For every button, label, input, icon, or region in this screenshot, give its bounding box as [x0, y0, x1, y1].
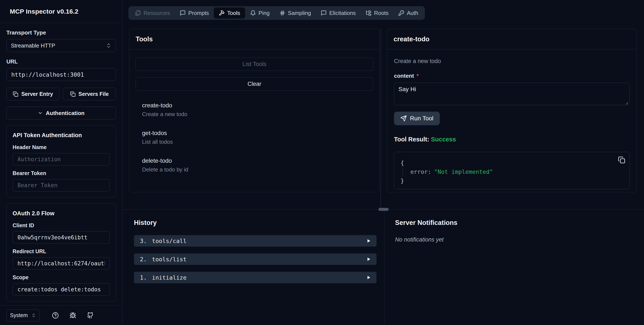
servers-file-button[interactable]: Servers File — [63, 88, 116, 100]
bug-icon — [70, 312, 76, 319]
tab-roots-label: Roots — [374, 10, 389, 16]
tools-card: Tools List Tools Clear create-todo Creat… — [129, 29, 380, 192]
content-field-textarea[interactable]: Say Hi — [394, 83, 630, 105]
history-item-tools-list[interactable]: 2. tools/list — [134, 254, 376, 265]
run-tool-label: Run Tool — [410, 115, 434, 122]
horizontal-split-divider[interactable] — [122, 209, 644, 210]
theme-select-value: System — [10, 312, 28, 318]
copy-buttons-row: Server Entry Servers File — [6, 88, 116, 100]
copy-result-button[interactable] — [618, 156, 625, 164]
tab-roots[interactable]: Roots — [361, 8, 394, 18]
list-tools-button[interactable]: List Tools — [136, 58, 373, 71]
tool-description: List all todos — [142, 139, 373, 145]
tool-list-item[interactable]: create-todo Create a new todo — [142, 102, 373, 118]
tool-result-status: Success — [431, 136, 456, 143]
tab-auth[interactable]: Auth — [393, 8, 423, 18]
message-square-icon — [321, 10, 327, 16]
sidebar-footer: System — [0, 306, 122, 325]
sidebar: MCP Inspector v0.16.2 Transport Type Str… — [0, 0, 122, 325]
tool-description: Create a new todo — [142, 111, 373, 118]
debug-button[interactable] — [70, 312, 76, 319]
tab-resources-label: Resources — [144, 10, 170, 16]
tab-elicitations-label: Elicitations — [329, 10, 356, 16]
transport-type-value: Streamable HTTP — [11, 42, 55, 49]
history-method: tools/call — [152, 238, 187, 244]
history-item-tools-call[interactable]: 3. tools/call — [134, 235, 376, 247]
chevron-down-icon — [38, 110, 43, 116]
api-token-title: API Token Authentication — [12, 132, 110, 139]
tool-detail-header: create-todo — [387, 29, 636, 50]
clear-button-label: Clear — [248, 81, 261, 87]
hash-icon — [280, 10, 285, 16]
tab-sampling-label: Sampling — [288, 10, 311, 16]
run-tool-button[interactable]: Run Tool — [394, 112, 440, 125]
server-notifications-title: Server Notifications — [395, 219, 644, 226]
split-drag-handle[interactable] — [378, 208, 389, 211]
tools-card-header: Tools — [129, 29, 380, 50]
help-circle-icon — [52, 312, 59, 319]
url-input[interactable] — [6, 68, 116, 81]
json-error-row: error: "Not implemented" — [403, 168, 623, 176]
no-notifications-message: No notifications yet — [395, 236, 644, 243]
tab-elicitations[interactable]: Elicitations — [316, 8, 360, 18]
play-caret-icon — [367, 257, 370, 261]
tool-name: create-todo — [142, 102, 373, 109]
history-title: History — [134, 219, 376, 226]
server-notifications-pane: Server Notifications No notifications ye… — [384, 210, 644, 325]
message-square-icon — [180, 10, 186, 16]
json-key: error: — [410, 168, 431, 176]
tool-list-item[interactable]: delete-todo Delete a todo by id — [142, 158, 373, 173]
list-tools-label: List Tools — [242, 61, 266, 68]
authentication-toggle[interactable]: Authentication — [6, 107, 116, 120]
files-icon — [135, 10, 141, 16]
tool-name: get-todos — [142, 130, 373, 136]
tab-resources: Resources — [130, 8, 175, 18]
tools-card-body: List Tools Clear create-todo Create a ne… — [129, 50, 380, 173]
play-caret-icon — [367, 276, 370, 280]
transport-type-select[interactable]: Streamable HTTP — [6, 39, 116, 52]
redirect-url-label: Redirect URL — [12, 248, 110, 254]
bell-icon — [250, 10, 256, 16]
sidebar-header: MCP Inspector v0.16.2 — [0, 0, 122, 23]
clear-tools-button[interactable]: Clear — [136, 77, 373, 90]
copy-icon — [618, 156, 625, 164]
resize-grip-icon[interactable] — [624, 101, 629, 105]
tab-sampling[interactable]: Sampling — [274, 8, 316, 18]
tab-ping[interactable]: Ping — [245, 8, 274, 18]
history-index: 3. — [140, 238, 147, 244]
theme-select[interactable]: System — [6, 310, 40, 322]
content-field-label: content — [394, 72, 414, 79]
redirect-url-input[interactable] — [12, 257, 110, 270]
bearer-token-label: Bearer Token — [12, 170, 110, 176]
oauth-card: OAuth 2.0 Flow Client ID Redirect URL Sc… — [6, 204, 116, 302]
history-index: 2. — [140, 256, 147, 262]
history-item-initialize[interactable]: 1. initialize — [134, 272, 376, 283]
tool-list-item[interactable]: get-todos List all todos — [142, 130, 373, 145]
tab-tools[interactable]: Tools — [214, 8, 245, 18]
header-name-label: Header Name — [12, 144, 110, 150]
header-name-input[interactable] — [12, 153, 110, 166]
client-id-input[interactable] — [12, 231, 110, 244]
tool-result-json-box: { error: "Not implemented" } — [394, 152, 630, 189]
client-id-label: Client ID — [12, 222, 110, 228]
sidebar-content: Transport Type Streamable HTTP URL Serve… — [0, 23, 122, 306]
key-icon — [398, 10, 404, 16]
bearer-token-input[interactable] — [12, 179, 110, 192]
help-button[interactable] — [52, 312, 59, 319]
tab-prompts[interactable]: Prompts — [175, 8, 214, 18]
scope-input[interactable] — [12, 283, 110, 296]
nav-tab-list: Resources Prompts Tools Ping — [128, 6, 425, 20]
content-field-wrap: Say Hi — [394, 83, 630, 106]
json-close-brace: } — [400, 176, 623, 185]
history-method: initialize — [152, 274, 187, 281]
chevrons-up-down-icon — [31, 313, 36, 318]
send-icon — [400, 115, 407, 122]
server-entry-button[interactable]: Server Entry — [6, 88, 60, 100]
scope-label: Scope — [12, 274, 110, 280]
authentication-toggle-label: Authentication — [46, 110, 84, 116]
tool-detail-description: Create a new todo — [394, 58, 630, 64]
play-caret-icon — [367, 239, 370, 243]
github-button[interactable] — [87, 312, 94, 319]
tool-name: delete-todo — [142, 158, 373, 164]
transport-type-label: Transport Type — [6, 30, 116, 36]
